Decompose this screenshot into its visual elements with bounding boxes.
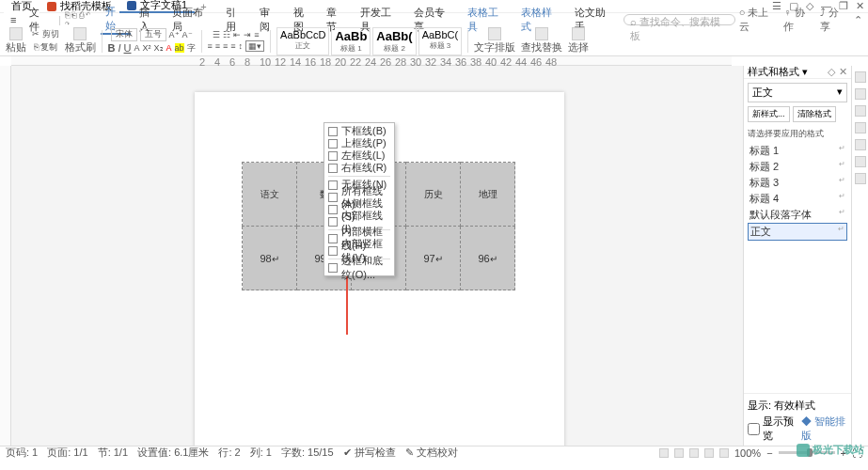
document-area[interactable]: 语文 数 历史 地理 98↵ 99↵ 100↵ 97↵ 96↵ 下框线(B)上框… [11, 66, 743, 446]
clear-format-button[interactable]: 清除格式 [793, 106, 836, 122]
align-center-button[interactable]: ≡ [215, 41, 220, 51]
panel-title: 样式和格式 ▾ [748, 65, 808, 79]
style-list-item[interactable]: 标题 3↵ [748, 175, 847, 191]
style-list-item[interactable]: 标题 4↵ [748, 191, 847, 207]
cloud-status[interactable]: ○ 未上云 [739, 6, 779, 34]
highlight-button[interactable]: ab [175, 43, 184, 53]
border-type-icon [328, 246, 338, 256]
status-doc-check[interactable]: ✎ 文档校对 [405, 446, 458, 460]
indent-dec-button[interactable]: ⇤ [233, 30, 241, 39]
style-list-item[interactable]: 标题 2↵ [748, 159, 847, 175]
table-cell[interactable]: 历史 [406, 163, 461, 227]
find-replace-button[interactable]: 查找替换 [521, 27, 562, 55]
style-h3[interactable]: AaBbC(标题 3 [418, 27, 463, 55]
align-right-button[interactable]: ≡ [223, 41, 228, 51]
align-justify-button[interactable]: ≡ [230, 41, 235, 51]
paste-button[interactable]: 粘贴 [6, 27, 26, 55]
style-normal[interactable]: AaBbCcD正文 [276, 27, 329, 55]
status-section[interactable]: 节: 1/1 [98, 446, 128, 460]
font-color-button[interactable]: A [166, 43, 172, 53]
cut-button[interactable]: ✂ 剪切 [32, 28, 59, 40]
italic-button[interactable]: I [118, 42, 120, 54]
status-pages[interactable]: 页面: 1/1 [47, 446, 87, 460]
strip-icon-2[interactable] [855, 88, 866, 100]
strip-icon-4[interactable] [855, 122, 866, 133]
qat-icons[interactable]: ⎘ ⎗ ⎙ ↶ ↷ [65, 10, 97, 29]
table-cell[interactable]: 96↵ [461, 227, 515, 290]
view-mode-5-icon[interactable] [719, 448, 729, 458]
font-name-select[interactable]: 宋体 [111, 28, 137, 41]
menu-hamburger-icon[interactable]: ≡ [6, 14, 21, 25]
sub-button[interactable]: X₂ [154, 43, 164, 53]
view-mode-1-icon[interactable] [659, 448, 669, 458]
strip-icon-7[interactable] [855, 173, 866, 184]
strip-icon-3[interactable] [855, 105, 866, 117]
search-box[interactable]: ⌕ 查找命令、搜索模板 [623, 14, 734, 25]
table-cell[interactable]: 97↵ [406, 227, 461, 290]
collab-button[interactable]: ♀ 协作 [783, 6, 813, 34]
table-cell[interactable]: 语文 [243, 163, 297, 227]
view-mode-2-icon[interactable] [674, 448, 684, 458]
super-button[interactable]: X² [143, 43, 151, 53]
style-h2[interactable]: AaBb(标题 2 [372, 27, 416, 55]
style-list: 标题 1↵标题 2↵标题 3↵标题 4↵默认段落字体↵正文↵ [748, 143, 847, 241]
underline-button[interactable]: U [124, 42, 132, 54]
panel-close-icon[interactable]: ✕ [839, 66, 847, 78]
strip-icon-6[interactable] [855, 156, 866, 167]
status-line[interactable]: 行: 2 [218, 446, 240, 460]
strip-icon-1[interactable] [855, 71, 866, 83]
align-button[interactable]: ≡ [254, 30, 259, 39]
panel-header: 样式和格式 ▾ ◇ ✕ [744, 66, 851, 79]
status-page[interactable]: 页码: 1 [6, 446, 38, 460]
status-words[interactable]: 字数: 15/15 [281, 446, 334, 460]
font-size-select[interactable]: 五号 [140, 28, 166, 41]
border-dropdown-button[interactable]: ▦▾ [245, 40, 264, 52]
vertical-ruler[interactable] [0, 66, 11, 446]
bold-button[interactable]: B [108, 42, 116, 54]
share-button[interactable]: ⤴ 分享 [820, 6, 848, 34]
smart-layout-link[interactable]: ◆ 智能排版 [801, 415, 848, 443]
view-mode-3-icon[interactable] [689, 448, 699, 458]
strike-button[interactable]: A [134, 43, 139, 53]
format-painter-button[interactable]: 格式刷 [65, 27, 96, 55]
char-border-button[interactable]: 字 [187, 42, 196, 55]
line-spacing-button[interactable]: ↕ [239, 41, 244, 51]
select-button[interactable]: 选择 [568, 27, 589, 55]
horizontal-ruler[interactable]: 2468101214161820222426283032343638404244… [11, 56, 732, 66]
status-spell[interactable]: ✔ 拼写检查 [343, 446, 396, 460]
bullet-list-button[interactable]: ☰ [213, 30, 220, 39]
border-type-icon [328, 139, 338, 149]
status-pos[interactable]: 设置值: 6.1厘米 [137, 446, 209, 460]
style-h1[interactable]: AaBb标题 1 [331, 27, 371, 55]
border-menu-item[interactable]: 边框和底纹(O)... [324, 261, 394, 274]
border-menu-item[interactable]: 右框线(R) [324, 162, 394, 174]
border-type-icon [328, 151, 338, 161]
text-tools-icon [488, 27, 501, 40]
preview-checkbox[interactable] [748, 423, 760, 435]
table-cell[interactable]: 地理 [461, 163, 515, 227]
strip-icon-5[interactable] [855, 139, 866, 150]
style-gallery: AaBbCcD正文 AaBb标题 1 AaBb(标题 2 AaBbC(标题 3 [276, 27, 462, 55]
border-type-icon [328, 180, 338, 190]
font-grow-icon[interactable]: A⁺ [169, 30, 180, 39]
zoom-out-button[interactable]: − [766, 447, 772, 459]
brush-icon [73, 27, 87, 40]
indent-inc-button[interactable]: ⇥ [244, 30, 251, 39]
view-mode-4-icon[interactable] [704, 448, 714, 458]
new-style-button[interactable]: 新样式... [748, 106, 790, 122]
style-list-item[interactable]: 默认段落字体↵ [748, 207, 847, 223]
align-left-button[interactable]: ≡ [208, 41, 213, 51]
menu-dropdown-icon[interactable]: ⌃ [854, 14, 862, 26]
font-shrink-icon[interactable]: A⁻ [182, 30, 193, 39]
style-list-item[interactable]: 正文↵ [748, 223, 847, 241]
copy-button[interactable]: ⎘ 复制 [34, 41, 58, 54]
show-value[interactable]: 有效样式 [774, 399, 815, 413]
panel-pin-icon[interactable]: ◇ [828, 66, 835, 78]
table-cell[interactable]: 98↵ [243, 227, 297, 290]
status-col[interactable]: 列: 1 [250, 446, 272, 460]
current-style-select[interactable]: 正文▾ [748, 83, 847, 102]
number-list-button[interactable]: ☷ [223, 30, 230, 39]
text-tools-button[interactable]: 文字排版 [474, 27, 515, 55]
style-list-item[interactable]: 标题 1↵ [748, 143, 847, 159]
zoom-value[interactable]: 100% [734, 447, 761, 459]
